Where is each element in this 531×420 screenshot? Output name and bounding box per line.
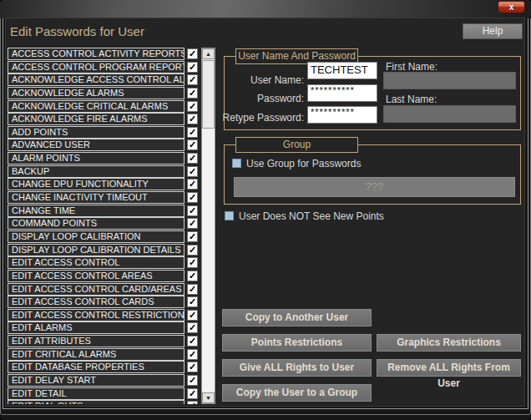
right-label[interactable]: EDIT ACCESS CONTROL [8, 256, 185, 269]
right-label[interactable]: EDIT ATTRIBUTES [8, 335, 185, 347]
right-checkbox[interactable]: ✓ [187, 101, 198, 112]
no-new-points-checkbox[interactable] [225, 211, 234, 220]
right-checkbox[interactable]: ✓ [187, 127, 198, 138]
right-checkbox[interactable]: ✓ [187, 375, 198, 386]
list-item[interactable]: ACKNOWLEDGE ACCESS CONTROL ALA ✓ [8, 73, 200, 86]
right-checkbox[interactable]: ✓ [187, 88, 198, 99]
list-item[interactable]: DISPLAY LOOP CALIBRATION ✓ [8, 230, 200, 243]
right-checkbox[interactable]: ✓ [187, 74, 198, 85]
give-all-rights-button[interactable]: Give ALL Rights to User [222, 359, 372, 377]
retype-password-input[interactable]: ********** [307, 106, 377, 124]
list-item[interactable]: EDIT DELAY START ✓ [8, 374, 200, 387]
right-label[interactable]: EDIT ACCESS CONTROL AREAS [8, 270, 185, 282]
right-label[interactable]: DISPLAY LOOP CALIBRATION [8, 230, 185, 243]
right-label[interactable]: ADD POINTS [8, 126, 185, 139]
list-item[interactable]: EDIT ACCESS CONTROL ✓ [8, 256, 200, 269]
right-label[interactable]: BACKUP [8, 165, 185, 178]
copy-user-to-group-button[interactable]: Copy the User to a Group [222, 384, 372, 402]
right-label[interactable]: EDIT DETAIL [8, 387, 185, 400]
password-input[interactable]: ********** [307, 84, 377, 102]
right-checkbox[interactable]: ✓ [187, 166, 198, 177]
list-item[interactable]: CHANGE TIME ✓ [8, 205, 200, 217]
right-label[interactable]: CHANGE TIME [8, 205, 185, 217]
right-checkbox[interactable]: ✓ [187, 349, 198, 360]
right-checkbox[interactable]: ✓ [187, 401, 198, 404]
right-label[interactable]: EDIT CRITICAL ALARMS [8, 348, 185, 361]
right-checkbox[interactable]: ✓ [187, 205, 198, 216]
right-checkbox[interactable]: ✓ [187, 310, 198, 321]
right-checkbox[interactable]: ✓ [187, 114, 198, 124]
points-restrictions-button[interactable]: Points Restrictions [222, 334, 372, 352]
right-checkbox[interactable]: ✓ [187, 179, 198, 190]
password-label: Password: [205, 93, 304, 104]
right-label[interactable]: EDIT ALARMS [8, 321, 185, 334]
graphics-restrictions-button[interactable]: Graphics Restrictions [377, 334, 521, 352]
right-checkbox[interactable]: ✓ [187, 336, 198, 347]
right-checkbox[interactable]: ✓ [187, 388, 198, 399]
right-checkbox[interactable]: ✓ [187, 296, 198, 307]
list-item[interactable]: CHANGE DPU FUNCTIONALITY ✓ [8, 178, 200, 190]
right-checkbox[interactable]: ✓ [187, 322, 198, 333]
list-item[interactable]: ACKNOWLEDGE FIRE ALARMS ✓ [8, 113, 200, 125]
right-label[interactable]: ACKNOWLEDGE CRITICAL ALARMS [8, 100, 185, 113]
list-item[interactable]: EDIT ACCESS CONTROL AREAS ✓ [8, 270, 200, 282]
right-label[interactable]: ACCESS CONTROL PROGRAM REPORTS [8, 61, 185, 73]
close-icon[interactable]: x [498, 1, 525, 13]
right-label[interactable]: ACKNOWLEDGE ACCESS CONTROL ALA [8, 73, 185, 86]
right-label[interactable]: ACCESS CONTROL ACTIVITY REPORTS [8, 48, 185, 60]
right-checkbox[interactable]: ✓ [187, 139, 198, 150]
right-label[interactable]: CHANGE DPU FUNCTIONALITY [8, 178, 185, 190]
list-item[interactable]: EDIT ACCESS CONTROL RESTRICTIONS ✓ [8, 309, 200, 321]
right-label[interactable]: ACKNOWLEDGE ALARMS [8, 87, 185, 99]
right-checkbox[interactable]: ✓ [187, 257, 198, 268]
list-item[interactable]: ADD POINTS ✓ [8, 126, 200, 139]
list-item[interactable]: EDIT ACCESS CONTROL CARD/AREAS ✓ [8, 283, 200, 296]
right-checkbox[interactable]: ✓ [187, 231, 198, 242]
list-item[interactable]: ACKNOWLEDGE ALARMS ✓ [8, 87, 200, 99]
right-label[interactable]: EDIT DATABASE PROPERTIES [8, 361, 185, 373]
list-item[interactable]: CHANGE INACTIVITY TIMEOUT ✓ [8, 191, 200, 204]
right-label[interactable]: ACKNOWLEDGE FIRE ALARMS [8, 113, 185, 125]
right-label[interactable]: EDIT ACCESS CONTROL CARD/AREAS [8, 283, 185, 296]
right-label[interactable]: EDIT DIAL OUTS [8, 400, 185, 404]
list-item[interactable]: DISPLAY LOOP CALIBRATION DETAILS ✓ [8, 244, 200, 256]
right-label[interactable]: EDIT ACCESS CONTROL CARDS [8, 296, 185, 308]
right-checkbox[interactable]: ✓ [187, 192, 198, 203]
remove-all-rights-button[interactable]: Remove ALL Rights From User [377, 359, 521, 377]
help-button[interactable]: Help [463, 23, 523, 39]
copy-to-another-user-button[interactable]: Copy to Another User [222, 309, 372, 326]
right-label[interactable]: CHANGE INACTIVITY TIMEOUT [8, 191, 185, 204]
list-item[interactable]: COMMAND POINTS ✓ [8, 217, 200, 230]
right-label[interactable]: DISPLAY LOOP CALIBRATION DETAILS [8, 244, 185, 256]
list-item[interactable]: ACCESS CONTROL ACTIVITY REPORTS ✓ [8, 48, 200, 60]
user-name-input[interactable]: TECHTEST [307, 62, 377, 79]
right-checkbox[interactable]: ✓ [187, 153, 198, 164]
right-checkbox[interactable]: ✓ [187, 362, 198, 372]
list-item[interactable]: EDIT DETAIL ✓ [8, 387, 200, 400]
right-checkbox[interactable]: ✓ [187, 218, 198, 229]
right-label[interactable]: EDIT DELAY START [8, 374, 185, 387]
use-group-checkbox[interactable] [232, 159, 241, 168]
right-checkbox[interactable]: ✓ [187, 245, 198, 256]
right-label[interactable]: EDIT ACCESS CONTROL RESTRICTIONS [8, 309, 185, 321]
list-item[interactable]: EDIT DATABASE PROPERTIES ✓ [8, 361, 200, 373]
right-label[interactable]: ADVANCED USER [8, 139, 185, 151]
right-checkbox[interactable]: ✓ [187, 284, 198, 295]
list-item[interactable]: EDIT DIAL OUTS ✓ [8, 400, 200, 404]
list-item[interactable]: EDIT ACCESS CONTROL CARDS ✓ [8, 296, 200, 308]
scroll-up-icon[interactable]: ▲ [202, 48, 215, 59]
scroll-down-icon[interactable]: ▼ [202, 392, 215, 403]
right-checkbox[interactable]: ✓ [187, 48, 198, 59]
right-checkbox[interactable]: ✓ [187, 62, 198, 73]
list-item[interactable]: EDIT ATTRIBUTES ✓ [8, 335, 200, 347]
right-checkbox[interactable]: ✓ [187, 271, 198, 281]
list-item[interactable]: EDIT CRITICAL ALARMS ✓ [8, 348, 200, 361]
list-item[interactable]: ACCESS CONTROL PROGRAM REPORTS ✓ [8, 61, 200, 73]
list-item[interactable]: ACKNOWLEDGE CRITICAL ALARMS ✓ [8, 100, 200, 113]
list-item[interactable]: ALARM POINTS ✓ [8, 152, 200, 164]
list-item[interactable]: ADVANCED USER ✓ [8, 139, 200, 151]
list-item[interactable]: BACKUP ✓ [8, 165, 200, 178]
list-item[interactable]: EDIT ALARMS ✓ [8, 321, 200, 334]
right-label[interactable]: ALARM POINTS [8, 152, 185, 164]
right-label[interactable]: COMMAND POINTS [8, 217, 185, 230]
